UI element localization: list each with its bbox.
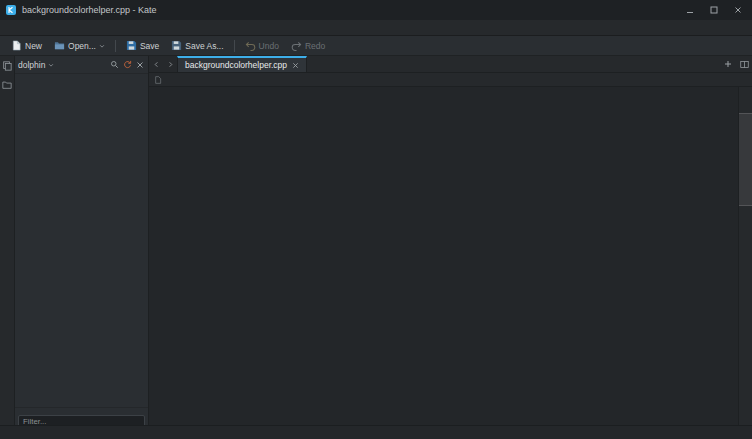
- save-button[interactable]: Save: [120, 38, 165, 53]
- documents-toolview-button[interactable]: [2, 61, 12, 71]
- projects-toolview-button[interactable]: [2, 80, 12, 90]
- toolbar-separator: [234, 40, 235, 52]
- split-view-button[interactable]: [736, 56, 752, 72]
- project-combo-label: dolphin: [18, 60, 45, 70]
- minimap-visible-region[interactable]: [739, 113, 752, 206]
- tab-bar: backgroundcolorhelper.cpp: [149, 56, 752, 73]
- code-lines[interactable]: [149, 87, 738, 425]
- kate-window: backgroundcolorhelper.cpp - Kate New Ope…: [0, 0, 752, 439]
- project-selector[interactable]: dolphin: [15, 56, 148, 74]
- tab-label: backgroundcolorhelper.cpp: [185, 60, 287, 70]
- open-button[interactable]: Open...: [48, 38, 111, 53]
- search-icon[interactable]: [109, 60, 120, 69]
- redo-button[interactable]: Redo: [285, 38, 331, 53]
- status-bar: [0, 425, 752, 439]
- close-panel-icon[interactable]: [135, 61, 145, 69]
- sidebar-toolstrip: [0, 56, 15, 425]
- code-area: [149, 87, 752, 425]
- new-tab-button[interactable]: [720, 56, 736, 72]
- main-area: dolphin backgroundcolorhelper.cpp: [0, 56, 752, 425]
- redo-icon: [291, 40, 302, 51]
- undo-button-label: Undo: [259, 41, 279, 51]
- project-tree: [15, 74, 148, 407]
- undo-button[interactable]: Undo: [239, 38, 285, 53]
- save-as-icon: [171, 40, 182, 51]
- open-button-label: Open...: [68, 41, 96, 51]
- minimize-button[interactable]: [680, 3, 699, 18]
- save-button-label: Save: [140, 41, 159, 51]
- chevron-down-icon: [47, 62, 55, 68]
- save-as-button-label: Save As...: [185, 41, 223, 51]
- new-document-icon: [11, 40, 22, 51]
- editor-area: backgroundcolorhelper.cpp: [149, 56, 752, 425]
- kate-app-icon: [5, 4, 17, 16]
- tab-backgroundcolorhelper[interactable]: backgroundcolorhelper.cpp: [177, 56, 307, 72]
- title-bar: backgroundcolorhelper.cpp - Kate: [0, 0, 752, 20]
- project-panel: dolphin: [15, 56, 149, 425]
- undo-icon: [245, 40, 256, 51]
- minimap-scrollbar[interactable]: [738, 87, 752, 425]
- close-button[interactable]: [728, 3, 747, 18]
- open-folder-icon: [54, 40, 65, 51]
- maximize-button[interactable]: [704, 3, 723, 18]
- document-icon: [154, 76, 162, 84]
- new-button-label: New: [25, 41, 42, 51]
- window-title: backgroundcolorhelper.cpp - Kate: [22, 5, 157, 15]
- refresh-icon[interactable]: [122, 60, 133, 69]
- save-icon: [126, 40, 137, 51]
- tab-close-icon[interactable]: [292, 62, 299, 69]
- history-back-button[interactable]: [149, 56, 163, 72]
- filter-row: [15, 407, 148, 425]
- menu-bar: [0, 20, 752, 36]
- save-as-button[interactable]: Save As...: [165, 38, 229, 53]
- new-button[interactable]: New: [5, 38, 48, 53]
- tabbar-spacer: [307, 56, 720, 72]
- redo-button-label: Redo: [305, 41, 325, 51]
- breadcrumb: [149, 73, 752, 87]
- chevron-down-icon: [99, 43, 105, 49]
- history-forward-button[interactable]: [163, 56, 177, 72]
- main-toolbar: New Open... Save Save As... Undo Redo: [0, 36, 752, 56]
- toolbar-separator: [115, 40, 116, 52]
